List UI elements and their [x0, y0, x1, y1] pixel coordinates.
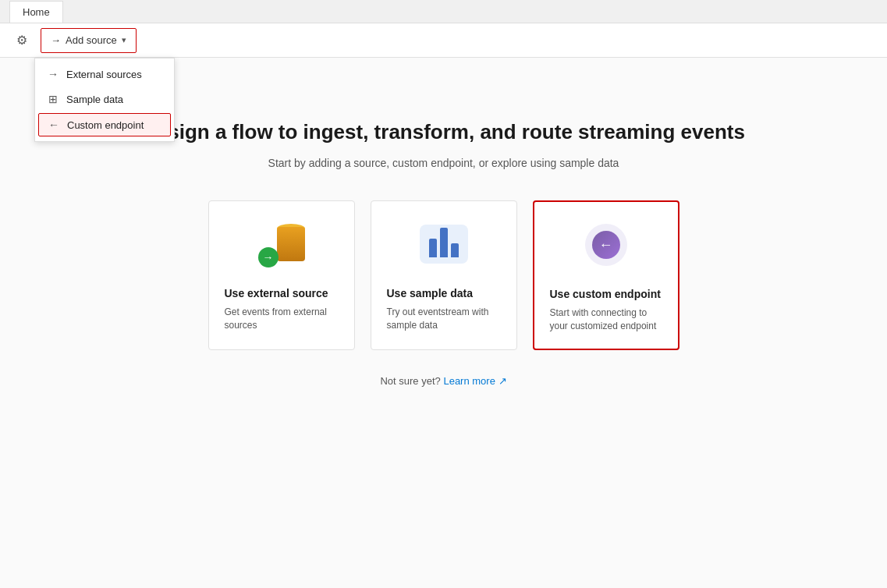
learn-more-link[interactable]: Learn more ↗	[443, 375, 506, 387]
page-title: Design a flow to ingest, transform, and …	[142, 120, 745, 144]
dropdown-item-external-sources[interactable]: → External sources	[35, 62, 174, 87]
dropdown-label-sample-data: Sample data	[66, 94, 123, 105]
dropdown-item-custom-endpoint[interactable]: ← Custom endpoint	[38, 113, 171, 136]
page-subtitle: Start by adding a source, custom endpoin…	[268, 157, 619, 169]
gear-icon: ⚙	[16, 33, 27, 48]
card-title-external: Use external source	[225, 287, 328, 299]
sample-data-icon	[420, 225, 468, 264]
card-custom-endpoint[interactable]: ← Use custom endpoint Start with connect…	[533, 200, 679, 350]
back-arrow-icon: ←	[47, 118, 61, 132]
learn-more-row: Not sure yet? Learn more ↗	[380, 375, 506, 387]
external-source-icon: →	[258, 221, 305, 267]
arrow-overlay-icon: →	[258, 247, 279, 267]
toolbar: ⚙ → Add source ▾ → External sources ⊞ Sa…	[0, 23, 887, 58]
card-external-source[interactable]: → Use external source Get events from ex…	[208, 200, 355, 350]
card-title-sample: Use sample data	[387, 287, 474, 299]
card-icon-area-external: →	[225, 217, 339, 271]
add-source-label: Add source	[66, 34, 117, 46]
chevron-down-icon: ▾	[122, 35, 126, 45]
arrow-in-icon: →	[46, 67, 60, 81]
tab-bar: Home	[0, 0, 887, 23]
card-desc-sample: Try out eventstream with sample data	[387, 306, 501, 332]
add-source-icon: →	[51, 34, 61, 46]
cards-row: → Use external source Get events from ex…	[208, 200, 679, 350]
card-title-endpoint: Use custom endpoint	[550, 288, 661, 300]
learn-more-label: Learn more	[443, 375, 495, 387]
not-sure-text: Not sure yet?	[380, 375, 440, 387]
grid-icon: ⊞	[46, 92, 60, 106]
gear-button[interactable]: ⚙	[9, 28, 34, 53]
external-link-icon: ↗	[498, 375, 507, 387]
dropdown-menu: → External sources ⊞ Sample data ← Custo…	[34, 58, 175, 142]
card-desc-external: Get events from external sources	[225, 306, 339, 332]
endpoint-inner-icon: ←	[592, 231, 620, 259]
add-source-button[interactable]: → Add source ▾	[41, 28, 137, 53]
card-desc-endpoint: Start with connecting to your customized…	[550, 306, 662, 333]
home-tab[interactable]: Home	[9, 1, 63, 23]
dropdown-label-external-sources: External sources	[66, 69, 142, 80]
card-icon-area-sample	[387, 217, 501, 271]
custom-endpoint-icon: ←	[585, 224, 627, 266]
card-sample-data[interactable]: Use sample data Try out eventstream with…	[371, 200, 517, 350]
dropdown-item-sample-data[interactable]: ⊞ Sample data	[35, 87, 174, 112]
dropdown-label-custom-endpoint: Custom endpoint	[67, 119, 144, 131]
card-icon-area-endpoint: ←	[550, 218, 662, 272]
